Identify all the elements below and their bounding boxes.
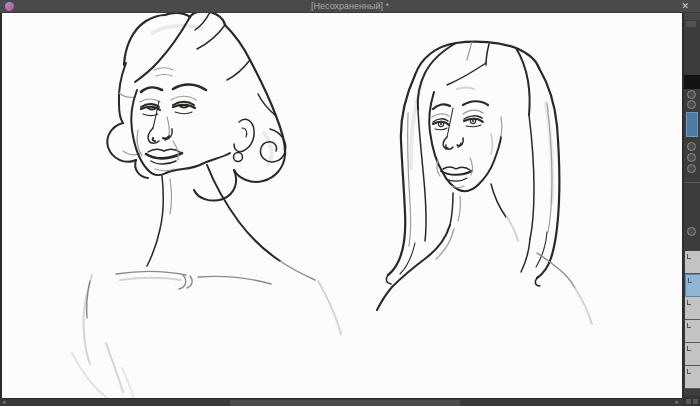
black-color-swatch[interactable] (684, 75, 700, 89)
list-item-selected[interactable] (685, 274, 700, 297)
tool-option-icon[interactable] (687, 164, 696, 173)
panel-button-edge[interactable] (686, 21, 696, 27)
active-tool-highlight[interactable] (686, 112, 698, 137)
horizontal-scrollbar[interactable]: ◂ ▸ (0, 398, 683, 406)
item-glyph (687, 254, 691, 259)
earring (234, 153, 243, 162)
tool-option-icon[interactable] (687, 153, 696, 162)
panel-bottom-corner (684, 396, 700, 406)
panel-corner-button[interactable] (693, 399, 698, 404)
panel-divider (684, 182, 700, 183)
right-portrait-sketch (377, 42, 592, 324)
titlebar: [Несохраненный] * ✕ (0, 0, 700, 13)
left-portrait-sketch (72, 13, 341, 398)
brush-or-layer-list (685, 251, 700, 396)
scroll-right-icon[interactable]: ▸ (675, 398, 679, 406)
tool-option-icon[interactable] (687, 227, 696, 236)
app-window: [Несохраненный] * ✕ (0, 0, 700, 406)
side-panel-sliver (683, 13, 700, 406)
canvas-artwork (2, 13, 683, 398)
item-glyph (687, 369, 691, 374)
scrollbar-thumb[interactable] (230, 400, 460, 406)
list-item[interactable] (685, 343, 700, 366)
drawing-canvas[interactable] (2, 13, 683, 398)
list-item[interactable] (685, 366, 700, 389)
window-title: [Несохраненный] * (0, 1, 700, 11)
color-wheel-icon[interactable] (687, 90, 696, 99)
tool-option-icon[interactable] (687, 142, 696, 151)
item-glyph (687, 346, 691, 351)
panel-toolbar-edge (684, 13, 700, 20)
scroll-left-icon[interactable]: ◂ (2, 398, 6, 406)
item-glyph (688, 278, 692, 283)
item-glyph (687, 300, 691, 305)
color-wheel-icon[interactable] (687, 100, 696, 109)
close-icon[interactable]: ✕ (681, 0, 689, 13)
panel-corner-button[interactable] (686, 399, 691, 404)
list-item[interactable] (685, 251, 700, 274)
list-item[interactable] (685, 297, 700, 320)
list-item[interactable] (685, 320, 700, 343)
item-glyph (687, 323, 691, 328)
